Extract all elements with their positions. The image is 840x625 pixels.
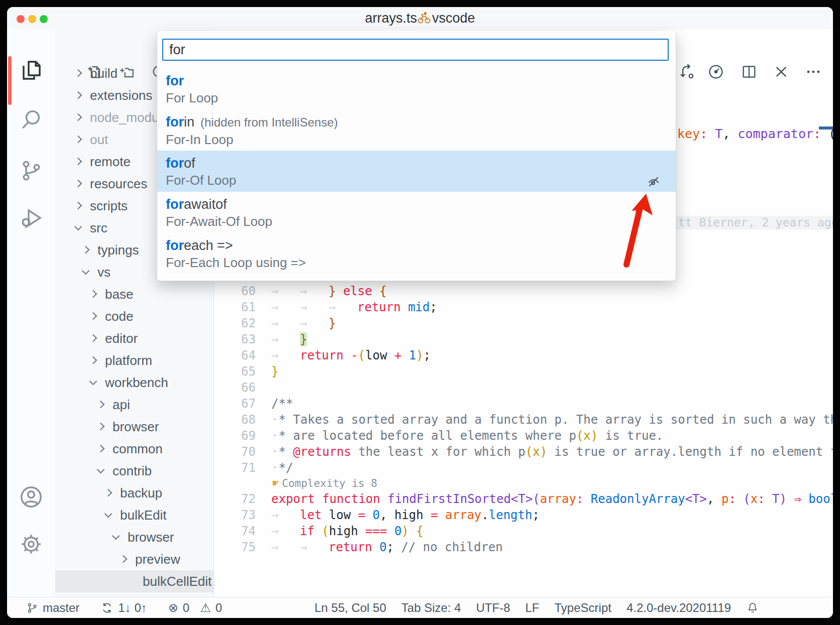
code-line-73[interactable]: 73→let low = 0, high = array.length; bbox=[214, 507, 833, 523]
tree-item-contrib[interactable]: contrib bbox=[55, 460, 214, 482]
matched-prefix: for bbox=[166, 114, 184, 130]
tree-item-base[interactable]: base bbox=[55, 283, 214, 305]
tree-item-label: preview bbox=[135, 552, 180, 567]
run-debug-icon[interactable] bbox=[19, 206, 43, 230]
tree-item-label: extensions bbox=[90, 88, 152, 103]
code-line-67[interactable]: 67/** bbox=[214, 396, 833, 412]
snippet-label: forof bbox=[166, 155, 676, 172]
code-line-63[interactable]: 63→} bbox=[214, 331, 833, 347]
branch-icon bbox=[26, 602, 38, 614]
chevron-right-icon bbox=[97, 401, 104, 408]
quick-pick-item-for[interactable]: forFor Loop bbox=[157, 68, 676, 109]
tree-item-workbench[interactable]: workbench bbox=[55, 371, 214, 394]
code-line-69[interactable]: 69·* are located before all elements whe… bbox=[214, 428, 833, 444]
tab-whitespace-arrow: → bbox=[271, 299, 300, 315]
code-line-68[interactable]: 68·* Takes a sorted array and a function… bbox=[214, 412, 833, 428]
close-editor-icon[interactable] bbox=[773, 63, 790, 80]
line-content: →→→return mid; bbox=[271, 299, 833, 315]
tree-item-label: resources bbox=[90, 176, 147, 192]
codelens-pointer-icon: ☛ bbox=[272, 477, 279, 489]
quick-pick-list: forFor Loopforin(hidden from IntelliSens… bbox=[157, 68, 676, 274]
timeline-icon[interactable] bbox=[707, 63, 724, 80]
chevron-right-icon bbox=[74, 180, 81, 187]
tree-item-preview[interactable]: preview bbox=[55, 548, 214, 570]
search-icon[interactable] bbox=[19, 107, 43, 132]
snippet-label: forawaitof bbox=[166, 196, 676, 213]
eol-status[interactable]: LF bbox=[526, 601, 540, 615]
line-number: 72 bbox=[214, 491, 256, 507]
version-status: 4.2.0-dev.20201119 bbox=[626, 601, 731, 615]
problems-status[interactable]: ⊗ 0 ⚠ 0 bbox=[168, 601, 222, 615]
tree-item-browser[interactable]: browser bbox=[55, 416, 214, 438]
codelens-complexity[interactable]: ☛Complexity is 8 bbox=[214, 476, 833, 491]
tree-item-backup[interactable]: backup bbox=[55, 482, 214, 504]
chevron-down-icon bbox=[97, 467, 104, 474]
code-line-75[interactable]: 75→→return 0; // no children bbox=[214, 539, 833, 555]
tree-item-label: src bbox=[90, 220, 108, 236]
tab-whitespace-arrow: → bbox=[300, 299, 329, 315]
line-number: 70 bbox=[214, 444, 256, 460]
code-line-61[interactable]: 61→→→return mid; bbox=[214, 299, 833, 315]
settings-gear-icon[interactable] bbox=[19, 532, 43, 556]
code-line-70[interactable]: 70·* @returns the least x for which p(x)… bbox=[214, 444, 833, 460]
explorer-icon[interactable] bbox=[19, 58, 43, 82]
language-status[interactable]: TypeScript bbox=[555, 601, 611, 615]
tree-item-code[interactable]: code bbox=[55, 305, 214, 327]
matched-prefix: for bbox=[166, 73, 184, 88]
tree-item-label: base bbox=[105, 287, 133, 302]
encoding-status[interactable]: UTF-8 bbox=[476, 601, 510, 615]
title-bar: arrays.tsvscode bbox=[7, 7, 833, 30]
code-block: 60→→} else {61→→→return mid;62→→}63→}64→… bbox=[214, 283, 833, 555]
chevron-right-icon bbox=[89, 357, 96, 364]
chevron-right-icon bbox=[74, 92, 81, 99]
chevron-right-icon bbox=[97, 423, 104, 430]
eye-closed-icon[interactable] bbox=[646, 174, 662, 190]
code-line-64[interactable]: 64→return -(low + 1); bbox=[214, 347, 833, 363]
tab-whitespace-arrow: → bbox=[271, 315, 300, 331]
quick-pick-item-foreach[interactable]: foreach =>For-Each Loop using => bbox=[157, 233, 676, 274]
error-icon: ⊗ bbox=[168, 601, 178, 615]
label-rest: of bbox=[184, 156, 195, 171]
tree-item-browser[interactable]: browser bbox=[55, 526, 214, 548]
tree-item-editor[interactable]: editor bbox=[55, 327, 214, 349]
label-rest: in bbox=[184, 114, 194, 130]
split-editor-icon[interactable] bbox=[741, 63, 758, 80]
account-icon[interactable] bbox=[19, 485, 43, 509]
code-line-60[interactable]: 60→→} else { bbox=[214, 283, 833, 299]
tree-item-bulkCellEdit[interactable]: bulkCellEdit… bbox=[55, 570, 214, 592]
tree-item-label: browser bbox=[128, 530, 174, 545]
active-view-indicator bbox=[8, 56, 12, 105]
sync-status[interactable]: 1↓ 0↑ bbox=[100, 601, 147, 615]
cursor-position-status[interactable]: Ln 55, Col 50 bbox=[314, 601, 386, 615]
snippet-label: for bbox=[166, 72, 676, 89]
quick-pick-input[interactable] bbox=[162, 39, 669, 61]
line-number: 74 bbox=[214, 523, 256, 539]
tree-item-common[interactable]: common bbox=[55, 438, 214, 460]
tree-item-label: editor bbox=[105, 331, 138, 346]
line-number: 73 bbox=[214, 507, 256, 523]
quick-pick-item-forin[interactable]: forin(hidden from IntelliSense)For-In Lo… bbox=[157, 109, 676, 151]
tree-item-platform[interactable]: platform bbox=[55, 349, 214, 371]
code-line-72[interactable]: 72export function findFirstInSorted<T>(a… bbox=[214, 491, 833, 507]
tree-item-api[interactable]: api bbox=[55, 394, 214, 416]
code-line-65[interactable]: 65} bbox=[214, 363, 833, 380]
quick-pick-item-forawaitof[interactable]: forawaitofFor-Await-Of Loop bbox=[157, 192, 676, 233]
code-line-71[interactable]: 71·*/ bbox=[214, 460, 833, 476]
code-line-74[interactable]: 74→if (high === 0) { bbox=[214, 523, 833, 539]
line-number: 67 bbox=[214, 396, 256, 412]
tab-whitespace-arrow: → bbox=[271, 523, 300, 539]
code-line-66[interactable]: 66 bbox=[214, 380, 833, 396]
more-actions-icon[interactable] bbox=[805, 63, 822, 80]
notifications-bell-icon[interactable] bbox=[746, 601, 759, 614]
source-control-icon[interactable] bbox=[19, 159, 43, 183]
git-branch-status[interactable]: master bbox=[26, 601, 79, 615]
snippet-description: For-Of Loop bbox=[166, 172, 676, 189]
open-changes-icon[interactable] bbox=[678, 63, 695, 80]
tree-item-bulkEdit[interactable]: bulkEdit bbox=[55, 504, 214, 526]
line-number: 69 bbox=[214, 428, 256, 444]
code-line-62[interactable]: 62→→} bbox=[214, 315, 833, 331]
quick-pick-item-forof[interactable]: forofFor-Of Loop bbox=[157, 151, 676, 192]
tab-size-status[interactable]: Tab Size: 4 bbox=[401, 601, 461, 615]
warning-icon: ⚠ bbox=[200, 601, 211, 615]
tree-item-label: vs bbox=[97, 265, 111, 280]
